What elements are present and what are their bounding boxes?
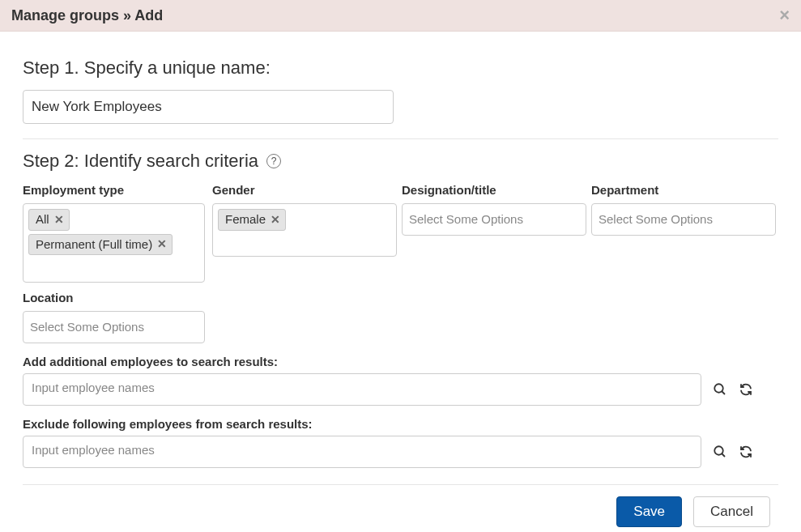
gender-select[interactable]: Female ✕ (212, 203, 397, 257)
modal-title: Manage groups » Add (11, 7, 163, 24)
department-select[interactable]: Select Some Options (591, 203, 776, 236)
modal-header: Manage groups » Add × (0, 0, 801, 32)
employment-type-select[interactable]: All ✕ Permanent (Full time) ✕ (23, 203, 205, 283)
svg-point-0 (714, 384, 723, 393)
divider (23, 138, 778, 139)
close-icon[interactable]: × (779, 6, 790, 24)
remove-tag-all[interactable]: ✕ (54, 214, 64, 226)
tag-all: All ✕ (28, 209, 70, 231)
save-button[interactable]: Save (616, 496, 682, 527)
tag-all-label: All (36, 213, 49, 227)
tag-female-label: Female (225, 213, 266, 227)
employment-type-label: Employment type (23, 183, 209, 197)
refresh-icon[interactable] (739, 382, 753, 397)
gender-label: Gender (212, 183, 398, 197)
cancel-button[interactable]: Cancel (693, 496, 770, 527)
refresh-icon[interactable] (739, 445, 753, 459)
modal-footer: Save Cancel (23, 484, 778, 527)
employment-type-field: Employment type All ✕ Permanent (Full ti… (23, 183, 209, 283)
modal-body: Step 1. Specify a unique name: Step 2: I… (0, 32, 801, 532)
step1-title: Step 1. Specify a unique name: (23, 57, 778, 79)
exclude-employees-input[interactable]: Input employee names (23, 436, 701, 468)
designation-select[interactable]: Select Some Options (402, 203, 586, 236)
remove-tag-permanent[interactable]: ✕ (157, 238, 167, 250)
svg-line-1 (722, 391, 725, 394)
search-icon[interactable] (713, 382, 727, 397)
add-employees-placeholder: Input employee names (32, 381, 155, 394)
help-icon[interactable]: ? (266, 154, 281, 168)
tag-female: Female ✕ (218, 209, 286, 231)
remove-tag-female[interactable]: ✕ (271, 214, 280, 226)
tag-permanent-label: Permanent (Full time) (36, 238, 152, 252)
step2-title-text: Step 2: Identify search criteria (23, 151, 258, 172)
criteria-grid: Employment type All ✕ Permanent (Full ti… (23, 183, 778, 283)
location-placeholder: Select Some Options (28, 317, 146, 337)
add-employees-field: Add additional employees to search resul… (23, 355, 778, 406)
gender-field: Gender Female ✕ (212, 183, 398, 283)
group-name-input[interactable] (23, 90, 394, 124)
add-employees-label: Add additional employees to search resul… (23, 355, 778, 368)
designation-placeholder: Select Some Options (407, 209, 525, 229)
department-label: Department (591, 183, 778, 197)
department-field: Department Select Some Options (591, 183, 778, 283)
department-placeholder: Select Some Options (597, 209, 714, 229)
tag-permanent: Permanent (Full time) ✕ (28, 234, 173, 256)
designation-label: Designation/title (402, 183, 588, 197)
exclude-employees-placeholder: Input employee names (32, 443, 155, 457)
svg-line-3 (722, 453, 725, 457)
svg-point-2 (714, 446, 723, 455)
location-select[interactable]: Select Some Options (23, 311, 205, 343)
location-label: Location (23, 291, 778, 304)
add-employees-input[interactable]: Input employee names (23, 373, 701, 406)
exclude-employees-field: Exclude following employees from search … (23, 417, 778, 468)
designation-field: Designation/title Select Some Options (402, 183, 588, 283)
location-field: Location Select Some Options (23, 291, 778, 343)
step2-title: Step 2: Identify search criteria ? (23, 151, 778, 172)
search-icon[interactable] (713, 445, 727, 459)
exclude-employees-label: Exclude following employees from search … (23, 417, 778, 431)
